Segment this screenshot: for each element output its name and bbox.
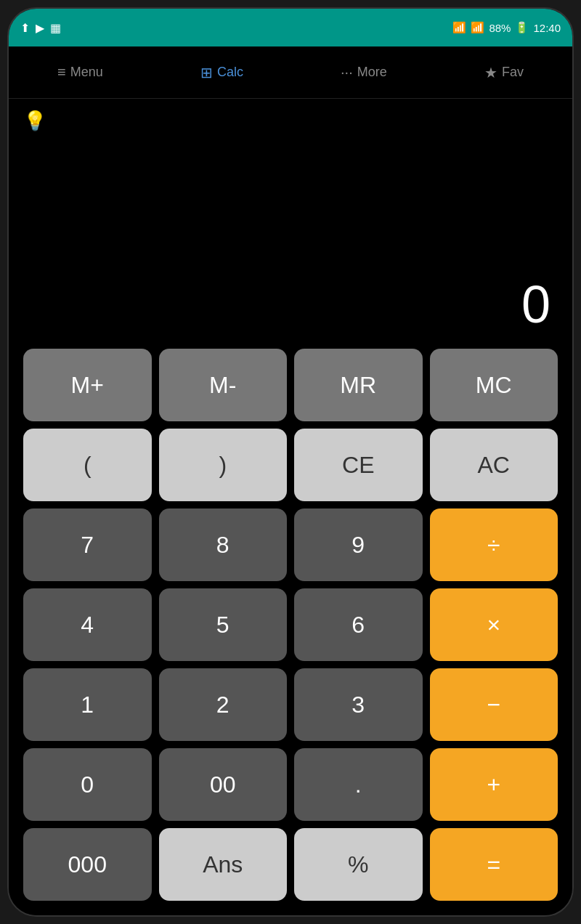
row-0: 0 00 . + (23, 748, 558, 821)
nav-bar: ≡ Menu ⊞ Calc ··· More ★ Fav (9, 46, 572, 99)
open-paren-button[interactable]: ( (23, 429, 152, 501)
button-1[interactable]: 1 (23, 668, 152, 741)
display: 0 (23, 142, 558, 349)
button-grid: M+ M- MR MC ( ) CE AC 7 8 9 ÷ 4 (23, 349, 558, 901)
menu-label: Menu (70, 65, 103, 80)
storage-icon: ▦ (50, 21, 61, 35)
lightbulb-icon: 💡 (23, 110, 46, 132)
display-value: 0 (521, 275, 550, 334)
notification-icon: ⬆ (20, 21, 30, 35)
calculator-area: 💡 0 M+ M- MR MC ( ) CE AC 7 (9, 99, 572, 915)
fav-label: Fav (502, 65, 524, 80)
calc-label: Calc (217, 65, 243, 80)
memory-row: M+ M- MR MC (23, 349, 558, 421)
phone-shell: ⬆ ▶ ▦ 📶 📶 88% 🔋 12:40 ≡ Menu ⊞ Calc ··· … (7, 7, 574, 917)
button-0[interactable]: 0 (23, 748, 152, 821)
fav-icon: ★ (484, 64, 497, 81)
signal-icon: 📶 (471, 21, 484, 34)
button-00[interactable]: 00 (159, 748, 288, 821)
menu-icon: ≡ (57, 64, 66, 81)
button-6[interactable]: 6 (294, 588, 423, 661)
nav-more[interactable]: ··· More (332, 58, 396, 86)
wifi-icon: 📶 (452, 21, 466, 34)
equals-button[interactable]: = (430, 828, 558, 901)
button-4[interactable]: 4 (23, 588, 152, 661)
battery-icon: 🔋 (515, 21, 529, 34)
button-dot[interactable]: . (294, 748, 423, 821)
status-icons-left: ⬆ ▶ ▦ (20, 21, 61, 35)
play-icon: ▶ (36, 21, 44, 35)
more-icon: ··· (341, 64, 353, 81)
m-minus-button[interactable]: M- (159, 349, 288, 421)
battery-level: 88% (489, 22, 511, 34)
button-7[interactable]: 7 (23, 508, 152, 581)
m-plus-button[interactable]: M+ (23, 349, 152, 421)
hint-area: 💡 (23, 99, 558, 142)
subtract-button[interactable]: − (430, 668, 558, 741)
nav-menu[interactable]: ≡ Menu (49, 58, 112, 86)
row-456: 4 5 6 × (23, 588, 558, 661)
button-8[interactable]: 8 (159, 508, 288, 581)
button-3[interactable]: 3 (294, 668, 423, 741)
ans-button[interactable]: Ans (159, 828, 288, 901)
divide-button[interactable]: ÷ (430, 508, 558, 581)
button-9[interactable]: 9 (294, 508, 423, 581)
add-button[interactable]: + (430, 748, 558, 821)
paren-row: ( ) CE AC (23, 429, 558, 501)
mc-button[interactable]: MC (430, 349, 558, 421)
row-123: 1 2 3 − (23, 668, 558, 741)
nav-fav[interactable]: ★ Fav (476, 58, 532, 87)
ac-button[interactable]: AC (430, 429, 558, 501)
clock: 12:40 (533, 22, 561, 34)
nav-calc[interactable]: ⊞ Calc (192, 58, 252, 87)
more-label: More (357, 65, 387, 80)
button-2[interactable]: 2 (159, 668, 288, 741)
multiply-button[interactable]: × (430, 588, 558, 661)
percent-button[interactable]: % (294, 828, 423, 901)
mr-button[interactable]: MR (294, 349, 423, 421)
button-000[interactable]: 000 (23, 828, 152, 901)
button-5[interactable]: 5 (159, 588, 288, 661)
close-paren-button[interactable]: ) (159, 429, 288, 501)
status-right: 📶 📶 88% 🔋 12:40 (452, 21, 561, 34)
row-789: 7 8 9 ÷ (23, 508, 558, 581)
status-bar: ⬆ ▶ ▦ 📶 📶 88% 🔋 12:40 (9, 9, 572, 46)
row-bottom: 000 Ans % = (23, 828, 558, 901)
calc-icon: ⊞ (200, 64, 213, 81)
ce-button[interactable]: CE (294, 429, 423, 501)
